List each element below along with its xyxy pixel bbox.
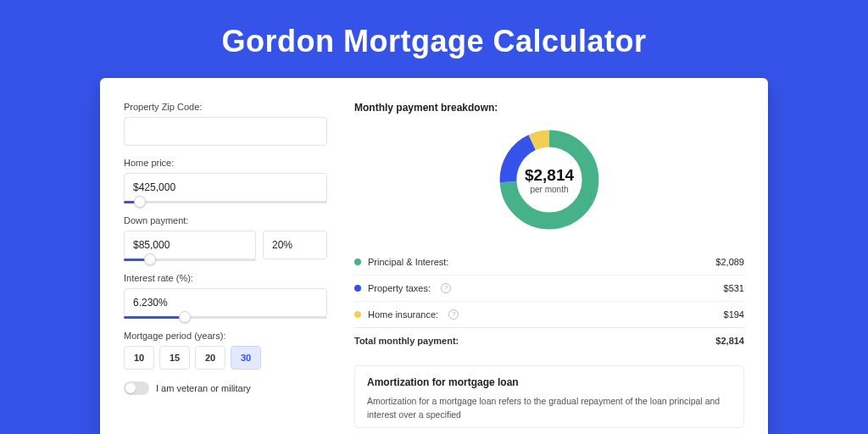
period-option-20[interactable]: 20 — [195, 346, 225, 370]
donut-wrap: $2,814 per month — [354, 122, 744, 246]
page-title: Gordon Mortgage Calculator — [0, 0, 868, 78]
down-slider[interactable] — [124, 259, 256, 261]
rate-input[interactable] — [124, 288, 327, 317]
total-value: $2,814 — [715, 336, 744, 346]
legend-row: Home insurance:?$194 — [354, 301, 744, 327]
rate-slider-fill — [124, 316, 185, 319]
legend-label: Principal & Interest: — [368, 257, 448, 267]
period-option-10[interactable]: 10 — [124, 346, 154, 370]
legend-row: Principal & Interest:$2,089 — [354, 249, 744, 275]
legend-dot — [354, 259, 361, 265]
zip-input[interactable] — [124, 117, 327, 146]
legend-value: $194 — [724, 309, 744, 320]
period-option-30[interactable]: 30 — [231, 346, 261, 370]
calculator-card: Property Zip Code: Home price: Down paym… — [100, 78, 768, 434]
amortization-card: Amortization for mortgage loan Amortizat… — [354, 365, 744, 428]
total-label: Total monthly payment: — [354, 336, 459, 346]
down-group: Down payment: — [124, 215, 327, 261]
donut-sub: per month — [530, 185, 568, 194]
rate-slider-thumb[interactable] — [179, 311, 191, 323]
down-label: Down payment: — [124, 215, 327, 225]
inputs-panel: Property Zip Code: Home price: Down paym… — [124, 102, 327, 428]
legend-dot — [354, 311, 361, 318]
amortization-text: Amortization for a mortgage loan refers … — [367, 395, 732, 422]
legend: Principal & Interest:$2,089Property taxe… — [354, 249, 744, 353]
price-group: Home price: — [124, 158, 327, 203]
donut-chart: $2,814 per month — [495, 125, 604, 234]
down-slider-thumb[interactable] — [144, 253, 156, 265]
veteran-toggle-knob — [125, 383, 136, 393]
legend-total-row: Total monthly payment:$2,814 — [354, 327, 744, 353]
info-icon[interactable]: ? — [441, 283, 451, 293]
breakdown-title: Monthly payment breakdown: — [354, 102, 744, 114]
amortization-title: Amortization for mortgage loan — [367, 376, 732, 388]
legend-value: $531 — [724, 283, 744, 293]
donut-center: $2,814 per month — [495, 125, 604, 234]
zip-label: Property Zip Code: — [124, 102, 327, 112]
results-panel: Monthly payment breakdown: $2,814 per mo… — [354, 102, 744, 428]
rate-slider[interactable] — [124, 316, 327, 319]
veteran-row: I am veteran or military — [124, 381, 327, 395]
period-options: 10152030 — [124, 346, 327, 370]
legend-dot — [354, 285, 361, 292]
period-group: Mortgage period (years): 10152030 — [124, 331, 327, 370]
rate-group: Interest rate (%): — [124, 273, 327, 319]
price-slider-thumb[interactable] — [134, 196, 146, 208]
veteran-toggle[interactable] — [124, 381, 149, 395]
info-icon[interactable]: ? — [448, 309, 459, 320]
donut-amount: $2,814 — [525, 166, 574, 185]
period-label: Mortgage period (years): — [124, 331, 327, 341]
legend-label: Home insurance: — [368, 309, 438, 320]
legend-row: Property taxes:?$531 — [354, 275, 744, 301]
zip-group: Property Zip Code: — [124, 102, 327, 146]
down-amount-input[interactable] — [124, 231, 256, 259]
price-label: Home price: — [124, 158, 327, 168]
period-option-15[interactable]: 15 — [159, 346, 190, 370]
veteran-label: I am veteran or military — [156, 383, 251, 393]
price-slider[interactable] — [124, 201, 327, 203]
legend-value: $2,089 — [715, 257, 744, 267]
legend-label: Property taxes: — [368, 283, 431, 293]
price-input[interactable] — [124, 173, 327, 202]
rate-label: Interest rate (%): — [124, 273, 327, 283]
down-pct-input[interactable] — [263, 231, 327, 259]
